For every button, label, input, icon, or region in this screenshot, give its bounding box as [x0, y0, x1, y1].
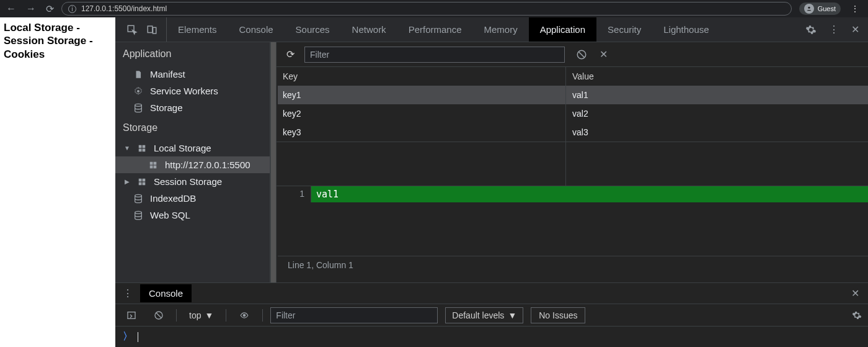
site-info-icon[interactable]: i [68, 5, 76, 13]
reload-icon[interactable]: ⟳ [46, 3, 54, 15]
page-heading: Cookies [4, 48, 112, 61]
sidebar-item-storage[interactable]: Storage [115, 99, 270, 116]
tab-memory[interactable]: Memory [473, 17, 529, 42]
address-bar[interactable]: i 127.0.0.1:5500/index.html [61, 2, 792, 16]
editor-status: Line 1, Column 1 [278, 256, 868, 274]
table-row[interactable]: key1 val1 [278, 86, 868, 104]
close-icon[interactable]: ✕ [851, 24, 859, 35]
page-content: Local Storage - Session Storage - Cookie… [0, 17, 115, 347]
svg-rect-13 [154, 165, 157, 168]
sidebar-item-websql[interactable]: Web SQL [115, 207, 270, 223]
svg-rect-6 [139, 145, 142, 148]
console-drawer: ⋮ Console ✕ top ▼ Filter Default levels … [115, 282, 868, 347]
sidebar-item-indexeddb[interactable]: IndexedDB [115, 190, 270, 207]
svg-rect-15 [143, 178, 146, 181]
cell-key[interactable]: key1 [278, 86, 566, 104]
issues-button[interactable]: No Issues [531, 307, 585, 323]
tab-console[interactable]: Console [228, 17, 285, 42]
prompt-icon: 〉 [123, 330, 133, 343]
console-filter-input[interactable]: Filter [270, 307, 438, 323]
gear-icon[interactable] [852, 310, 862, 320]
tab-performance[interactable]: Performance [397, 17, 473, 42]
chevron-right-icon: ▶ [124, 178, 130, 185]
application-sidebar: Application Manifest Service Workers Sto… [115, 42, 270, 282]
grid-icon [136, 144, 148, 153]
svg-point-19 [135, 211, 142, 214]
clear-all-icon[interactable] [576, 49, 587, 60]
tab-elements[interactable]: Elements [167, 17, 228, 42]
kebab-icon[interactable]: ⋮ [829, 24, 839, 35]
sidebar-item-service-workers[interactable]: Service Workers [115, 83, 270, 99]
cell-key[interactable]: key2 [278, 104, 566, 123]
gear-icon[interactable] [805, 24, 817, 35]
storage-filter-input[interactable]: Filter [304, 47, 565, 63]
inspect-element-icon[interactable] [126, 24, 138, 35]
kebab-icon[interactable]: ⋮ [115, 287, 140, 299]
cell-key[interactable]: key3 [278, 123, 566, 142]
svg-rect-17 [143, 182, 146, 185]
svg-rect-2 [148, 26, 153, 33]
show-console-sidebar-icon[interactable] [122, 308, 141, 323]
table-empty-area [270, 142, 868, 186]
svg-point-5 [135, 104, 142, 106]
back-icon[interactable]: ← [6, 3, 16, 14]
tab-security[interactable]: Security [596, 17, 652, 42]
live-expression-icon[interactable] [234, 309, 255, 322]
database-icon [133, 103, 144, 113]
refresh-icon[interactable]: ⟳ [283, 48, 298, 60]
drawer-tab-console[interactable]: Console [140, 284, 192, 302]
sidebar-item-local-storage-origin[interactable]: http://127.0.0.1:5500 [115, 156, 270, 173]
svg-point-0 [808, 7, 810, 9]
cell-value[interactable]: val2 [566, 109, 868, 119]
header-key[interactable]: Key [278, 67, 566, 86]
sidebar-item-session-storage[interactable]: ▶ Session Storage [115, 173, 270, 190]
context-selector[interactable]: top ▼ [184, 308, 218, 323]
storage-table: Key Value key1 val1 key2 val2 key3 [270, 67, 868, 142]
svg-rect-16 [139, 182, 142, 185]
profile-chip[interactable]: Guest [799, 2, 841, 15]
devtools-panel: Elements Console Sources Network Perform… [115, 17, 868, 347]
cell-value[interactable]: val3 [566, 127, 868, 137]
svg-point-4 [137, 90, 140, 92]
sidebar-item-local-storage[interactable]: ▼ Local Storage [115, 140, 270, 156]
svg-rect-7 [143, 145, 146, 148]
table-row[interactable]: key2 val2 [278, 104, 868, 123]
avatar-icon [804, 4, 814, 14]
header-value[interactable]: Value [566, 71, 868, 81]
gear-icon [133, 86, 144, 96]
close-icon[interactable]: ✕ [843, 287, 868, 299]
grid-icon [136, 178, 148, 186]
page-heading: Session Storage - [4, 34, 112, 47]
table-row[interactable]: key3 val3 [278, 123, 868, 142]
sidebar-section-storage: Storage [115, 116, 270, 140]
tab-application[interactable]: Application [529, 17, 596, 42]
kebab-icon[interactable]: ⋮ [848, 4, 862, 14]
svg-rect-3 [153, 27, 156, 34]
document-icon [133, 70, 144, 79]
delete-icon[interactable]: ✕ [600, 48, 608, 60]
preview-editor-area[interactable] [278, 202, 868, 256]
preview-value[interactable]: val1 [311, 186, 868, 202]
svg-rect-12 [150, 165, 153, 168]
log-levels-selector[interactable]: Default levels ▼ [445, 307, 523, 323]
sidebar-section-application: Application [115, 42, 270, 66]
clear-console-icon[interactable] [149, 308, 169, 323]
chevron-down-icon: ▼ [124, 145, 130, 151]
device-toolbar-icon[interactable] [146, 24, 157, 35]
cell-value[interactable]: val1 [566, 90, 868, 100]
svg-rect-10 [150, 161, 153, 164]
sidebar-item-manifest[interactable]: Manifest [115, 66, 270, 83]
forward-icon[interactable]: → [26, 3, 36, 14]
page-heading: Local Storage - [4, 21, 112, 34]
tab-sources[interactable]: Sources [285, 17, 341, 42]
profile-label: Guest [818, 5, 836, 12]
database-icon [133, 210, 144, 220]
svg-point-23 [244, 314, 246, 317]
storage-main-pane: ⟳ Filter ✕ Key Value [270, 42, 868, 282]
devtools-tabstrip: Elements Console Sources Network Perform… [115, 17, 868, 42]
console-input[interactable]: 〉 [115, 327, 868, 347]
svg-point-18 [135, 194, 142, 197]
tab-network[interactable]: Network [341, 17, 397, 42]
gutter-line-number: 1 [278, 186, 311, 202]
tab-lighthouse[interactable]: Lighthouse [652, 17, 720, 42]
